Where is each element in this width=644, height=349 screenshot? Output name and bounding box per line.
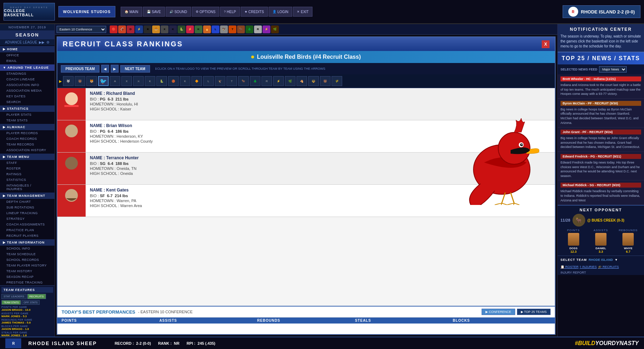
sidebar-item-roster[interactable]: ROSTER [0,166,54,171]
roster-link[interactable]: 📋 ROSTER [560,265,579,269]
team-icon-2[interactable]: 🏈 [118,25,126,33]
sidebar-item-team-stats-nav[interactable]: TEAM STATS [0,118,54,123]
modal-logo-6[interactable]: X [121,76,132,86]
modal-logo-23[interactable]: 🐻 [320,76,330,86]
team-icon-8[interactable]: K [169,25,177,33]
sidebar-item-staff[interactable]: STAFF [0,160,54,166]
team-icon-16[interactable]: 🐂 [237,25,245,33]
exit-button[interactable]: ✕ EXIT [293,7,312,17]
modal-logo-22[interactable]: 🔱 [308,76,319,86]
sidebar-item-standings[interactable]: STANDINGS [0,71,54,76]
modal-logo-12[interactable]: 🔶 [191,76,202,86]
team-stats-tab[interactable]: TEAM STATS [1,300,21,305]
modal-logo-11[interactable]: K [180,76,190,86]
modal-logo-19[interactable]: ⚡ [273,76,284,86]
modal-logo-1[interactable]: 🐺 [63,76,74,86]
credits-button[interactable]: ★ CREDITS [241,7,268,17]
team-icon-15[interactable]: T [229,25,236,33]
prev-team-button[interactable]: PREVIOUS TEAM [61,65,99,73]
team-icon-7[interactable]: X [161,25,168,33]
modal-logo-24[interactable]: 🌾 [332,76,342,86]
recruits-tab[interactable]: RECRUITS [27,294,46,299]
select-team-arrow[interactable]: ▼ [615,258,618,262]
news-feed-select[interactable]: Major News [599,66,627,73]
team-icon-12[interactable]: 🔥 [203,25,211,33]
team-icon-17[interactable]: 🌲 [246,25,253,33]
main-button[interactable]: 🏠 MAIN [121,7,142,17]
sidebar-item-player-records[interactable]: PLAYER RECORDS [0,130,54,136]
conference-select[interactable]: Eastern 10 Conference [57,26,106,33]
stat-leaders-tab[interactable]: STAT LEADERS [1,294,27,299]
modal-logo-4[interactable]: 🐦 [98,76,109,86]
sound-button[interactable]: 🔊 SOUND [166,7,191,17]
sidebar-item-practice[interactable]: PRACTICE PLAN [0,227,54,233]
sidebar-section-team-mgmt[interactable]: ▶ TEAM MANAGEMENT [0,193,54,199]
modal-logo-17[interactable]: 🌲 [250,76,260,86]
sidebar-item-recruit[interactable]: RECRUIT PLAYERS [0,233,54,239]
sidebar-item-search[interactable]: SEARCH [0,99,54,105]
login-button[interactable]: 👤 LOGIN [269,7,292,17]
modal-logo-9[interactable]: 🐍 [156,76,167,86]
sidebar-item-key-dates[interactable]: KEY DATES [0,93,54,99]
modal-logo-8[interactable]: K [145,76,155,86]
modal-logo-13[interactable]: L [203,76,214,86]
team-icon-1[interactable]: 🔴 [110,25,117,33]
sidebar-item-assoc-history[interactable]: ASSOCIATION HISTORY [0,147,54,153]
save-button[interactable]: 💾 SAVE [143,7,165,17]
sidebar-section-stats[interactable]: ▶ STATISTICS [0,105,54,112]
modal-logo-21[interactable]: 🐴 [297,76,307,86]
sidebar-section-around[interactable]: ▼ AROUND THE LEAGUE [0,64,54,71]
sidebar-item-team-hist[interactable]: TEAM HISTORY [0,268,54,274]
modal-logo-18[interactable]: R [261,76,272,86]
opp-stats-tab[interactable]: OPP. STATS [22,300,40,305]
injuries-link[interactable]: ⚕ INJURIES [580,265,597,269]
team-icon-18[interactable]: R [254,25,262,33]
sidebar-item-assoc-media[interactable]: ASSOCIATION MEDIA [0,88,54,93]
team-icon-3[interactable]: D [127,25,134,33]
modal-logo-10[interactable]: 🏀 [168,76,179,86]
modal-logo-3[interactable]: 🐯 [86,76,97,86]
prev-arrow[interactable]: ◀ [101,65,109,73]
sidebar-item-prestige[interactable]: PRESTIGE TRACKING [0,280,54,285]
sidebar-item-team-records[interactable]: TEAM RECORDS [0,142,54,147]
sidebar-section-home[interactable]: ▶ HOME [0,46,54,52]
modal-logo-5[interactable]: A [110,76,120,86]
sidebar-item-coach-assign[interactable]: COACH ASSIGNMENTS [0,222,54,227]
top25-tab[interactable]: ▶ TOP 25 TEAMS [517,309,551,315]
modal-logo-20[interactable]: 🌿 [285,76,295,86]
sidebar-item-player-stats[interactable]: PLAYER STATS [0,112,54,118]
team-icon-9[interactable]: 🐍 [178,25,185,33]
team-icon-4[interactable]: ⚡ [135,25,143,33]
sidebar-item-depth-chart[interactable]: DEPTH CHART [0,199,54,205]
team-icon-11[interactable]: K [195,25,202,33]
team-icon-6[interactable]: 🐯 [152,25,160,33]
team-icon-10[interactable]: ⚡ [186,25,194,33]
sidebar-item-statistics[interactable]: STATISTICS [0,177,54,183]
team-icon-20[interactable]: 🌿 [271,25,279,33]
modal-logo-16[interactable]: 🐂 [238,76,249,86]
team-icon-5[interactable]: ★ [144,25,151,33]
sidebar-item-ratings[interactable]: RATINGS [0,171,54,177]
sidebar-item-assoc-info[interactable]: ASSOCIATION INFO [0,82,54,88]
modal-logo-2[interactable]: 🐻 [75,76,85,86]
next-arrow[interactable]: ▶ [111,65,119,73]
sidebar-item-team-schedule[interactable]: TEAM SCHEDULE [0,251,54,257]
sidebar-item-team-player-hist[interactable]: TEAM PLAYER HISTORY [0,263,54,268]
sidebar-section-almanac[interactable]: ▶ ALMANAC [0,124,54,130]
sidebar-item-coach-lineage[interactable]: COACH LINEAGE [0,76,54,82]
team-icon-19[interactable]: ⚡ [263,25,270,33]
sidebar-item-lineup[interactable]: LINEUP TRACKING [0,210,54,216]
sidebar-item-strategy[interactable]: STRATEGY [0,216,54,222]
sidebar-section-team-menu[interactable]: ▶ TEAM MENU [0,154,54,160]
sidebar-item-school-info[interactable]: SCHOOL INFO [0,246,54,251]
next-team-button[interactable]: NEXT TEAM [120,65,150,73]
modal-logo-7[interactable]: ⚔ [133,76,144,86]
team-icon-13[interactable]: L [212,25,219,33]
modal-logo-14[interactable]: 🦅 [215,76,225,86]
sidebar-item-email[interactable]: EMAIL [0,58,54,64]
sidebar-item-season-recap[interactable]: SEASON RECAP [0,274,54,280]
team-icon-14[interactable]: 🦅 [220,25,228,33]
sidebar-section-team-info[interactable]: ▶ TEAM INFORMATION [0,239,54,246]
options-button[interactable]: ⚙ OPTIONS [192,7,219,17]
sidebar-item-intangibles[interactable]: INTANGIBLES / INJURIES [0,183,54,192]
